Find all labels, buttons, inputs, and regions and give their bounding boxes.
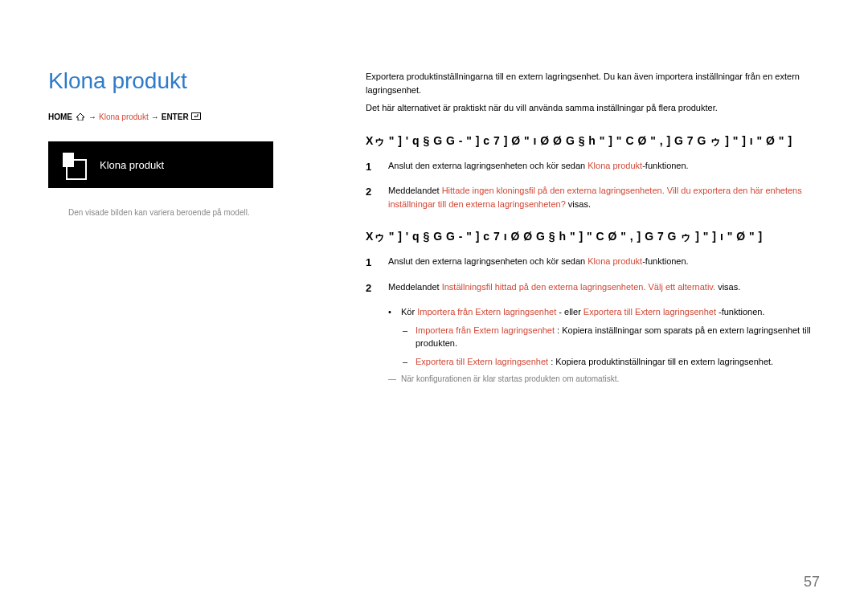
page-number: 57 [804,574,820,591]
text-fragment: -funktionen. [642,161,688,170]
step-number: 2 [366,280,377,296]
step-text: Meddelandet Inställningsfil hittad på de… [388,280,824,296]
ordered-list: 1 Anslut den externa lagringsenheten och… [366,255,824,296]
breadcrumb-product: Klona produkt [99,112,149,121]
text-fragment: Anslut den externa lagringsenheten och k… [388,161,588,170]
figure-caption: Den visade bilden kan variera beroende p… [68,208,321,217]
text-fragment: visas. [715,282,740,292]
list-item: 1 Anslut den externa lagringsenheten och… [366,255,824,271]
step-text: Anslut den externa lagringsenheten och k… [388,159,824,175]
enter-icon [191,112,201,121]
intro-paragraph: Exportera produktinställningarna till en… [366,70,824,96]
step-number: 1 [366,159,377,175]
highlight-term: Exportera till Extern lagringsenhet [416,357,548,366]
product-card: Klona produkt [48,141,273,188]
ordered-list: 1 Anslut den externa lagringsenheten och… [366,159,824,211]
highlight-term: Exportera till Extern lagringsenhet [583,307,716,317]
section-heading: Xゥ " ] ' q § G G - " ] c 7 ı Ø Ø G § h "… [366,228,824,245]
text-fragment: - eller [556,307,583,317]
text-fragment: Anslut den externa lagringsenheten och k… [388,256,588,266]
step-text: Anslut den externa lagringsenheten och k… [388,255,824,271]
step-text: Meddelandet Hittade ingen kloningsfil på… [388,184,824,210]
right-column: Exportera produktinställningarna till en… [366,70,824,385]
sub-bullet-item: Exportera till Extern lagringsenhet : Ko… [388,355,824,369]
breadcrumb-arrow: → [88,112,96,121]
highlight-term: Klona produkt [588,161,642,170]
highlight-term: Importera från Extern lagringsenhet [417,307,556,317]
footnote: När konfigurationen är klar startas prod… [388,373,824,385]
breadcrumb: HOME → Klona produkt → ENTER [48,112,321,121]
left-column: HOME → Klona produkt → ENTER Klona produ… [48,112,321,217]
text-fragment: Meddelandet [388,282,442,292]
highlight-message: Inställningsfil hittad på den externa la… [442,282,715,292]
text-fragment: -funktionen. [642,256,688,266]
card-label: Klona produkt [100,159,164,171]
highlight-message: Hittade ingen kloningsfil på den externa… [388,186,802,209]
list-item: 1 Anslut den externa lagringsenheten och… [366,159,824,175]
breadcrumb-enter: ENTER [162,112,189,121]
section-heading: Xゥ " ] ' q § G G - " ] c 7 ] Ø " ı Ø Ø G… [366,133,824,149]
breadcrumb-arrow: → [151,112,159,121]
step-number: 2 [366,184,377,210]
sublist: Kör Importera från Extern lagringsenhet … [388,305,824,385]
clone-icon [63,153,84,177]
text-fragment: visas. [566,199,591,209]
sub-bullet-item: Importera från Extern lagringsenhet : Ko… [388,324,824,350]
text-fragment: Kör [401,307,417,317]
intro-block: Exportera produktinställningarna till en… [366,70,824,115]
highlight-term: Importera från Extern lagringsenhet [416,325,555,335]
highlight-term: Klona produkt [588,256,642,266]
bullet-item: Kör Importera från Extern lagringsenhet … [388,305,824,319]
intro-paragraph: Det här alternativet är praktiskt när du… [366,101,824,115]
breadcrumb-home: HOME [48,112,72,121]
text-fragment: : Kopiera produktinställningar till en e… [548,357,773,366]
home-icon [76,113,84,121]
text-fragment: -funktionen. [716,307,765,317]
step-number: 1 [366,255,377,271]
list-item: 2 Meddelandet Hittade ingen kloningsfil … [366,184,824,210]
text-fragment: Meddelandet [388,186,442,195]
list-item: 2 Meddelandet Inställningsfil hittad på … [366,280,824,296]
